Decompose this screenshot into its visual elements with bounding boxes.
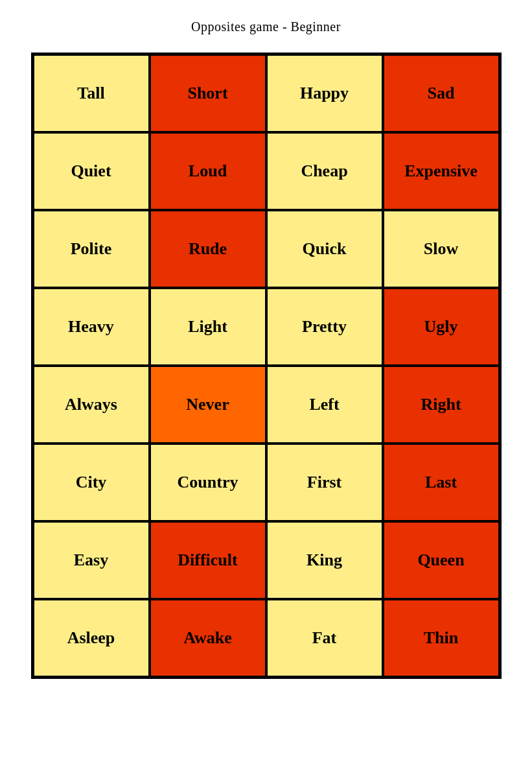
page-title: Opposites game - Beginner: [191, 19, 341, 34]
grid-cell: Ugly: [383, 288, 500, 366]
grid-cell: Cheap: [266, 132, 383, 210]
grid-cell: Polite: [33, 210, 150, 288]
grid-cell: Pretty: [266, 288, 383, 366]
grid-cell: First: [266, 444, 383, 521]
grid-cell: Loud: [150, 132, 266, 210]
grid-cell: Expensive: [383, 132, 500, 210]
grid-cell: Sad: [383, 54, 500, 132]
grid-cell: Thin: [383, 599, 500, 677]
grid-cell: King: [266, 521, 383, 599]
grid-cell: Happy: [266, 54, 383, 132]
grid-cell: Heavy: [33, 288, 150, 366]
grid-cell: Left: [266, 366, 383, 444]
grid-cell: Easy: [33, 521, 150, 599]
grid-cell: Asleep: [33, 599, 150, 677]
grid-cell: Never: [150, 366, 266, 444]
grid-cell: Last: [383, 444, 500, 521]
grid-cell: Quiet: [33, 132, 150, 210]
grid-cell: Rude: [150, 210, 266, 288]
grid-cell: Light: [150, 288, 266, 366]
grid-cell: Awake: [150, 599, 266, 677]
grid-cell: Always: [33, 366, 150, 444]
grid-cell: Difficult: [150, 521, 266, 599]
grid-cell: City: [33, 444, 150, 521]
grid-cell: Slow: [383, 210, 500, 288]
grid-cell: Tall: [33, 54, 150, 132]
grid-cell: Quick: [266, 210, 383, 288]
grid-cell: Right: [383, 366, 500, 444]
grid-cell: Queen: [383, 521, 500, 599]
grid-cell: Country: [150, 444, 266, 521]
game-grid: TallShortHappySadQuietLoudCheapExpensive…: [31, 53, 502, 679]
grid-cell: Short: [150, 54, 266, 132]
grid-cell: Fat: [266, 599, 383, 677]
